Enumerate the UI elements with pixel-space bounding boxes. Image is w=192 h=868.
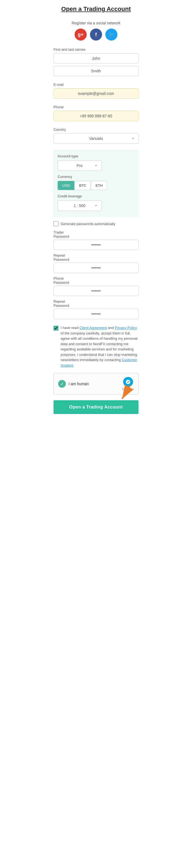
- customer-support-link[interactable]: Customer Support: [61, 358, 137, 367]
- names-label: First and last names: [54, 48, 138, 52]
- currency-buttons-row: USD BTC ETH: [58, 181, 134, 190]
- generate-password-row: Generate passwords automatically: [54, 221, 138, 226]
- names-section: First and last names: [54, 48, 138, 79]
- phone-password-group: PhonePassword: [54, 276, 138, 296]
- trader-password-input[interactable]: [54, 240, 138, 250]
- phone-password-input[interactable]: [54, 286, 138, 296]
- currency-eth-button[interactable]: ETH: [91, 181, 107, 190]
- phone-password-label: PhonePassword: [54, 276, 138, 285]
- phone-input[interactable]: [54, 111, 138, 121]
- captcha-left: ✓ I am human: [58, 380, 89, 388]
- arrow-indicator: [108, 382, 136, 402]
- generate-password-checkbox[interactable]: [54, 221, 58, 226]
- captcha-checkmark: ✓: [58, 380, 66, 388]
- twitter-icon-label: 🐦: [108, 32, 115, 37]
- currency-usd-button[interactable]: USD: [58, 181, 74, 190]
- social-label: Register via a social network: [54, 21, 138, 25]
- leverage-select[interactable]: 1 : 100 1 : 200 1 : 500 1 : 1000: [58, 200, 101, 211]
- last-name-input[interactable]: [54, 66, 138, 76]
- agreement-row: I have read Client Agreement and Privacy…: [54, 325, 138, 368]
- agreement-checkbox[interactable]: [54, 326, 58, 331]
- leverage-label: Credit leverage: [58, 194, 134, 198]
- google-icon-label: g+: [77, 32, 84, 37]
- account-settings-section: Account type Pro Standard ECN Currency U…: [54, 150, 138, 217]
- twitter-icon[interactable]: 🐦: [105, 29, 118, 40]
- repeat-phone-password-label: RepeatPassword: [54, 300, 138, 308]
- currency-btc-button[interactable]: BTC: [74, 181, 91, 190]
- generate-password-label: Generate passwords automatically: [61, 222, 115, 226]
- repeat-password-input[interactable]: [54, 262, 138, 273]
- facebook-icon-label: f: [95, 32, 97, 37]
- facebook-icon[interactable]: f: [90, 29, 102, 40]
- email-section: E-mail: [54, 83, 138, 101]
- email-label: E-mail: [54, 83, 138, 87]
- phone-label: Phone: [54, 105, 138, 109]
- currency-label: Currency: [58, 175, 134, 179]
- email-input[interactable]: [54, 88, 138, 99]
- privacy-policy-link[interactable]: Privacy Policy: [115, 326, 137, 330]
- captcha-text: I am human: [69, 382, 89, 386]
- country-select[interactable]: Vanuatu United States United Kingdom Aus…: [54, 133, 138, 144]
- first-name-input[interactable]: [54, 53, 138, 64]
- google-icon[interactable]: g+: [74, 29, 87, 40]
- country-label: Country: [54, 127, 138, 132]
- account-type-select[interactable]: Pro Standard ECN: [58, 160, 101, 171]
- repeat-password-label: RepeatPassword: [54, 253, 138, 261]
- repeat-password-group: RepeatPassword: [54, 253, 138, 273]
- submit-area: Open a Trading Account: [54, 400, 138, 414]
- social-icons-row: g+ f 🐦: [54, 29, 138, 40]
- social-register-section: Register via a social network g+ f 🐦: [54, 21, 138, 40]
- repeat-phone-password-group: RepeatPassword: [54, 300, 138, 319]
- trader-password-label: TraderPassword: [54, 230, 138, 239]
- phone-section: Phone: [54, 105, 138, 123]
- trader-password-group: TraderPassword: [54, 230, 138, 250]
- account-type-label: Account type: [58, 154, 134, 158]
- client-agreement-link[interactable]: Client Agreement: [79, 326, 107, 330]
- country-section: Country Vanuatu United States United Kin…: [54, 127, 138, 146]
- page-title: Open a Trading Account: [54, 5, 138, 12]
- svg-line-1: [122, 385, 130, 399]
- agreement-label: I have read Client Agreement and Privacy…: [61, 325, 138, 368]
- submit-button[interactable]: Open a Trading Account: [54, 400, 138, 414]
- repeat-phone-password-input[interactable]: [54, 309, 138, 319]
